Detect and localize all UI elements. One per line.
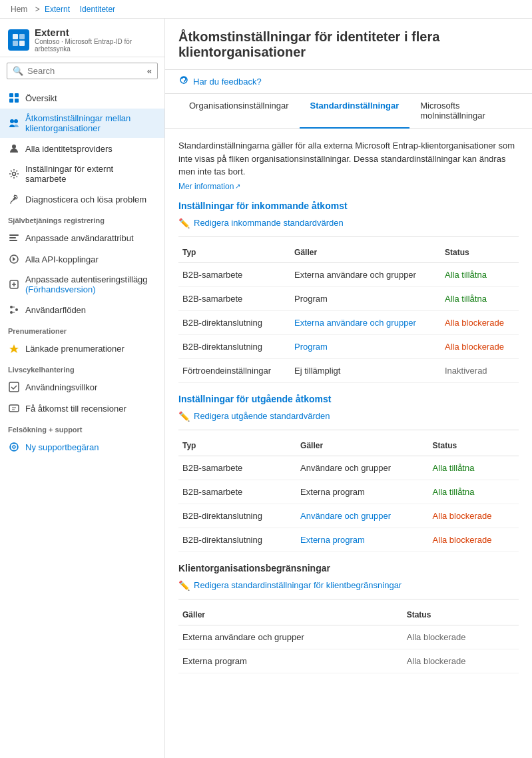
sidebar-label-diagnosticera: Diagnosticera och lösa problem (25, 194, 146, 204)
svg-point-10 (12, 145, 16, 149)
flow-icon (8, 304, 20, 316)
table-row: Externa användare och grupper Alla block… (178, 625, 519, 649)
sidebar-nav: Översikt Åtkomstinställningar mellan kli… (0, 85, 164, 460)
sidebar-label-alla-identitet: Alla identitetsproviders (25, 144, 113, 154)
applies-link[interactable]: Externa program (300, 535, 365, 545)
tab-org[interactable]: Organisationsinställningar (178, 94, 300, 129)
breadcrumb-home[interactable]: Hem (11, 5, 27, 14)
pencil-icon-3: ✏️ (178, 580, 190, 591)
pren-icon (8, 342, 20, 354)
sidebar-item-extern-samarbete[interactable]: Inställningar för externt samarbete (0, 159, 164, 189)
sidebar-item-anpassade-auth[interactable]: Anpassade autentiseringstillägg (Förhand… (0, 270, 164, 299)
svg-rect-22 (9, 405, 19, 412)
tenant-table: Gäller Status Externa användare och grup… (178, 605, 519, 673)
applies-link[interactable]: Externa användare och grupper (294, 318, 416, 328)
tabs-bar: Organisationsinställningar Standardinstä… (165, 94, 532, 129)
svg-point-24 (13, 446, 15, 448)
sidebar-item-alla-identitet[interactable]: Alla identitetsproviders (0, 138, 164, 159)
pencil-icon-2: ✏️ (178, 411, 190, 422)
svg-point-9 (14, 119, 18, 123)
svg-rect-2 (13, 41, 18, 46)
cell-type: B2B-direktanslutning (178, 528, 296, 552)
sidebar-label-extern-samarbete: Inställningar för externt samarbete (25, 164, 156, 184)
table-row: Externa program Alla blockerade (178, 649, 519, 673)
outbound-section-title: Inställningar för utgående åtkomst (178, 394, 519, 404)
api-icon (8, 253, 20, 265)
table-row: B2B-direktanslutning Externa användare o… (178, 310, 519, 334)
cell-type: B2B-direktanslutning (178, 310, 290, 334)
sidebar-item-anvandarfloden[interactable]: Användarflöden (0, 299, 164, 320)
sidebar-app-title: Externt (35, 27, 156, 38)
svg-rect-21 (9, 382, 19, 392)
edit-tenant-link[interactable]: ✏️ Redigera standardinställningar för kl… (178, 580, 519, 591)
edit-outbound-link[interactable]: ✏️ Redigera utgående standardvärden (178, 411, 519, 422)
applies-link[interactable]: Program (294, 342, 328, 352)
cell-applies: Externa användare och grupper (290, 310, 441, 334)
more-info-link[interactable]: Mer information ↗ (178, 182, 240, 191)
outbound-table: Typ Gäller Status B2B-samarbete Användar… (178, 436, 519, 552)
people-icon (8, 143, 20, 155)
sidebar-title-block: Externt Contoso · Microsoft Entrap-ID fö… (35, 27, 156, 53)
sidebar-label-lankade-pren: Länkade prenumerationer (25, 344, 125, 354)
applies-link[interactable]: Användare och grupper (300, 511, 391, 521)
svg-rect-5 (15, 93, 19, 97)
cell-applies: Externa program (296, 528, 428, 552)
gear-icon (8, 168, 20, 180)
cell-status: Alla blockerade (403, 649, 519, 673)
sidebar: Externt Contoso · Microsoft Entrap-ID fö… (0, 19, 165, 758)
check-icon (8, 381, 20, 393)
svg-point-17 (10, 306, 13, 308)
attr-icon (8, 232, 20, 244)
inbound-col-type: Typ (178, 242, 290, 263)
cell-type: B2B-samarbete (178, 286, 290, 310)
svg-rect-4 (9, 93, 13, 97)
cell-type: B2B-direktanslutning (178, 504, 296, 528)
sidebar-item-ny-support[interactable]: Ny supportbegäran (0, 436, 164, 458)
sidebar-label-anpassade-attr: Anpassade användarattribut (25, 233, 134, 243)
sidebar-item-anpassade-attr[interactable]: Anpassade användarattribut (0, 227, 164, 248)
svg-marker-20 (9, 344, 19, 353)
sidebar-label-oversikt: Översikt (25, 93, 57, 103)
divider-inbound (178, 236, 519, 237)
grid-icon (8, 92, 20, 104)
inbound-col-applies: Gäller (290, 242, 441, 263)
tenant-restrictions-section: Klientorganisationsbegränsningar ✏️ Redi… (178, 563, 519, 673)
search-input[interactable] (27, 66, 147, 76)
auth-icon (8, 278, 20, 290)
sidebar-header: Externt Contoso · Microsoft Entrap-ID fö… (0, 19, 164, 57)
inbound-section-title: Inställningar för inkommande åtkomst (178, 200, 519, 211)
section-label-felsok: Felsökning + support (0, 419, 164, 436)
table-row: B2B-direktanslutning Externa program All… (178, 528, 519, 552)
feedback-label[interactable]: Har du feedback? (193, 77, 262, 87)
page-title: Åtkomstinställningar för identiteter i f… (178, 29, 519, 60)
sidebar-item-diagnosticera[interactable]: Diagnosticera och lösa problem (0, 189, 164, 210)
cell-status: Inaktiverad (441, 358, 519, 382)
sidebar-item-lankade-pren[interactable]: Länkade prenumerationer (0, 338, 164, 359)
tab-moln[interactable]: Microsofts molninställningar (409, 94, 519, 129)
cell-applies: Externa program (296, 480, 428, 504)
cell-status: Alla blockerade (441, 334, 519, 358)
table-row: Förtroendeinställningar Ej tillämpligt I… (178, 358, 519, 382)
tenant-col-status: Status (403, 605, 519, 625)
sidebar-item-fa-atkomst[interactable]: Få åtkomst till recensioner (0, 398, 164, 419)
sidebar-item-atkomst[interactable]: Åtkomstinställningar mellan klientorgani… (0, 109, 164, 138)
edit-inbound-link[interactable]: ✏️ Redigera inkommande standardvärden (178, 218, 519, 228)
sidebar-item-oversikt[interactable]: Översikt (0, 87, 164, 109)
search-box[interactable]: 🔍 « (7, 63, 158, 79)
svg-rect-6 (9, 99, 13, 103)
cell-applies: Externa program (178, 649, 403, 673)
support-icon (8, 441, 20, 453)
sidebar-item-alla-api[interactable]: Alla API-kopplingar (0, 248, 164, 270)
tab-standard[interactable]: Standardinställningar (300, 94, 410, 129)
sidebar-label-anvandningsvillkor: Användningsvillkor (25, 382, 97, 392)
svg-rect-12 (9, 234, 19, 236)
sidebar-label-anvandarfloden: Användarflöden (25, 305, 86, 315)
collapse-icon[interactable]: « (147, 66, 152, 76)
outbound-col-applies: Gäller (296, 436, 428, 456)
breadcrumb-extern[interactable]: Externt (45, 5, 70, 14)
feedback-bar[interactable]: Har du feedback? (165, 70, 532, 94)
breadcrumb-identiteter[interactable]: Identiteter (80, 5, 115, 14)
divider-tenant (178, 599, 519, 599)
cell-applies: Externa användare och grupper (290, 262, 441, 286)
sidebar-item-anvandningsvillkor[interactable]: Användningsvillkor (0, 376, 164, 398)
